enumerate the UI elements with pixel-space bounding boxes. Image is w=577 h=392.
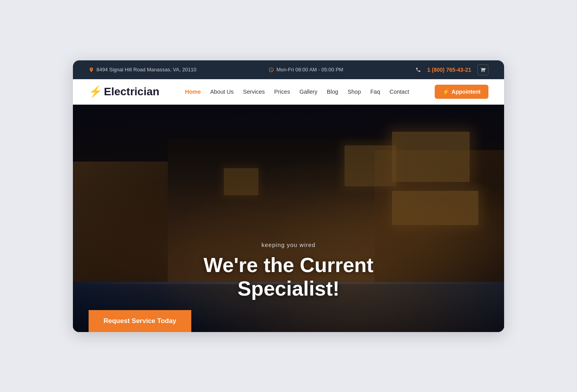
appointment-button[interactable]: ⚡ Appointent xyxy=(435,85,488,99)
address-text: 8494 Signal Hill Road Manassas, VA, 2011… xyxy=(96,67,196,73)
hours-section: Mon-Fri 08:00 AM - 05:00 PM xyxy=(269,67,343,73)
clock-icon xyxy=(269,67,274,73)
nav-item-about[interactable]: About Us xyxy=(206,88,238,95)
phone-number[interactable]: 1 (800) 765-43-21 xyxy=(427,67,471,73)
nav-links: Home About Us Services Prices Gallery Bl… xyxy=(181,88,413,95)
nav-item-gallery[interactable]: Gallery xyxy=(296,88,321,95)
phone-icon xyxy=(416,67,421,73)
appointment-label: Appointent xyxy=(452,89,481,95)
nav-link-contact[interactable]: Contact xyxy=(386,86,413,97)
hero-title-line2: Specialist! xyxy=(238,277,339,300)
pin-icon xyxy=(89,67,94,73)
nav-link-home[interactable]: Home xyxy=(181,86,205,97)
request-service-button[interactable]: Request Service Today xyxy=(89,310,191,332)
address-section: 8494 Signal Hill Road Manassas, VA, 2011… xyxy=(89,67,196,73)
nav-item-contact[interactable]: Contact xyxy=(386,88,413,95)
logo-bolt-icon: ⚡ xyxy=(89,85,102,98)
nav-bar: ⚡ Electrician Home About Us Services Pri… xyxy=(73,79,504,105)
bolt-icon: ⚡ xyxy=(443,89,449,95)
cart-icon[interactable] xyxy=(477,64,488,75)
nav-item-faq[interactable]: Faq xyxy=(367,88,384,95)
nav-link-services[interactable]: Services xyxy=(239,86,269,97)
nav-item-blog[interactable]: Blog xyxy=(323,88,342,95)
logo[interactable]: ⚡ Electrician xyxy=(89,85,160,98)
nav-item-shop[interactable]: Shop xyxy=(344,88,365,95)
hero-tagline: keeping you wired xyxy=(89,241,488,248)
hero-section: keeping you wired We're the Current Spec… xyxy=(73,105,504,332)
hero-title-line1: We're the Current xyxy=(203,254,373,276)
top-bar: 8494 Signal Hill Road Manassas, VA, 2011… xyxy=(73,60,504,79)
nav-item-services[interactable]: Services xyxy=(239,88,269,95)
nav-link-faq[interactable]: Faq xyxy=(367,86,384,97)
nav-item-home[interactable]: Home xyxy=(181,88,205,95)
logo-text: Electrician xyxy=(104,85,160,98)
hours-text: Mon-Fri 08:00 AM - 05:00 PM xyxy=(276,67,343,73)
nav-link-prices[interactable]: Prices xyxy=(270,86,294,97)
nav-link-gallery[interactable]: Gallery xyxy=(296,86,321,97)
nav-link-shop[interactable]: Shop xyxy=(344,86,365,97)
hero-title: We're the Current Specialist! xyxy=(89,254,488,301)
nav-item-prices[interactable]: Prices xyxy=(270,88,294,95)
nav-link-about[interactable]: About Us xyxy=(206,86,238,97)
hero-cta-wrapper: Request Service Today xyxy=(89,310,191,332)
browser-window: 8494 Signal Hill Road Manassas, VA, 2011… xyxy=(73,60,504,332)
contact-section: 1 (800) 765-43-21 xyxy=(416,64,488,75)
nav-link-blog[interactable]: Blog xyxy=(323,86,342,97)
